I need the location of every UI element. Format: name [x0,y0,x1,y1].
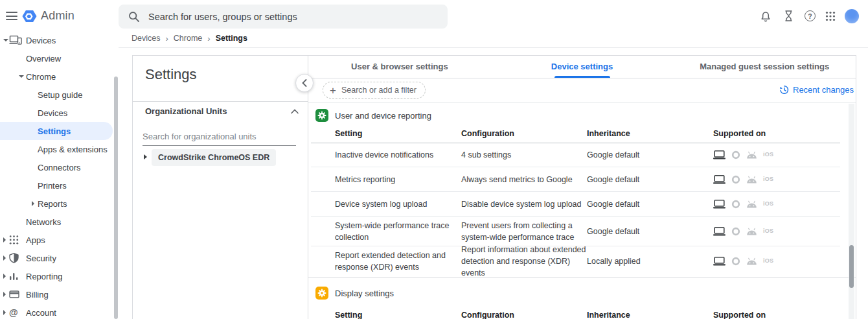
setting-inheritance: Locally applied [587,255,671,267]
setting-name[interactable]: Device system log upload [335,198,459,209]
supported-on-icons: iOS [713,257,773,266]
sidebar-item-label: Reporting [26,272,62,281]
collapse-panel-button[interactable] [295,74,314,92]
help-icon[interactable]: ? [805,10,816,21]
section-title: User and device reporting [335,111,431,121]
setting-configuration: Prevent users from collecting a system-w… [461,219,588,242]
sidebar-item-chrome-devices[interactable]: Devices [0,104,114,122]
caret-right-icon[interactable] [3,274,6,279]
caret-right-icon[interactable] [3,237,6,242]
add-filter-chip[interactable]: + Search or add a filter [323,82,426,99]
sidebar-scrollbar[interactable] [114,77,118,319]
content-scrollbar-thumb[interactable] [849,245,854,288]
tasks-hourglass-icon[interactable] [784,10,794,22]
apps-grid-icon[interactable] [825,11,836,21]
chromeos-device-icon [713,227,725,236]
history-icon [779,85,789,95]
sidebar-item-apps[interactable]: Apps [0,231,114,249]
chevron-up-icon[interactable] [291,109,299,114]
divider [308,102,856,103]
global-search[interactable] [119,5,448,29]
menu-icon[interactable] [6,12,17,20]
google-admin-logo [22,8,37,27]
sidebar-item-label: Setup guide [38,90,82,100]
column-header-supported-on: Supported on [713,129,766,138]
page-title: Settings [145,66,197,83]
supported-on-icons: iOS [713,175,773,184]
chevron-right-icon: › [207,34,210,43]
caret-right-icon[interactable] [3,255,6,261]
divider [308,78,856,78]
setting-name[interactable]: System-wide performance trace collection [335,219,459,242]
gear-icon [317,111,326,120]
sidebar-item-label: Billing [26,290,49,300]
sidebar-item-label: Connectors [38,163,80,172]
tab-managed-guest-session-settings[interactable]: Managed guest session settings [673,55,856,78]
tab-device-settings[interactable]: Device settings [491,55,674,78]
caret-right-icon[interactable] [32,201,34,206]
sidebar-item-label: Chrome [26,72,56,82]
chromeos-device-icon [713,175,725,184]
sidebar-item-setup-guide[interactable]: Setup guide [0,86,114,104]
account-avatar[interactable] [845,9,859,23]
sidebar-item-printers[interactable]: Printers [0,176,114,195]
sidebar-item-label: Devices [26,36,56,45]
sidebar-item-label: Account [26,308,56,318]
chrome-browser-icon [731,200,740,209]
chrome-browser-icon [731,175,740,184]
setting-name[interactable]: Metrics reporting [335,173,459,185]
android-icon [746,176,757,183]
sidebar-item-settings[interactable]: Settings [0,122,113,140]
sidebar-item-account[interactable]: @ Account [0,303,114,319]
table-row[interactable]: System-wide performance trace collection… [311,217,840,246]
column-header-configuration: Configuration [461,129,514,138]
table-row[interactable]: Report extended detection and response (… [311,246,840,276]
setting-name[interactable]: Inactive device notifications [335,149,459,161]
caret-down-icon[interactable] [19,75,24,78]
org-units-search-input[interactable] [143,130,296,146]
sidebar-item-connectors[interactable]: Connectors [0,158,114,176]
sidebar-item-security[interactable]: Security [0,249,114,267]
sidebar-item-reports[interactable]: Reports [0,195,114,213]
chevron-right-icon: › [165,34,168,43]
search-input[interactable] [148,12,427,22]
table-row[interactable]: Device system log upload Disable device … [311,192,840,217]
supported-on-icons: iOS [713,200,773,209]
org-unit-crowdstrike[interactable]: CrowdStrike ChromeOS EDR [152,149,276,166]
caret-right-icon[interactable] [3,310,6,315]
setting-configuration: Always send metrics to Google [461,173,588,185]
sidebar-item-label: Settings [38,126,71,136]
notifications-bell-icon[interactable] [760,10,771,23]
divider [308,277,856,278]
recent-changes-link[interactable]: Recent changes [779,85,854,95]
chromeos-device-icon [713,257,725,266]
caret-right-icon[interactable] [144,154,147,160]
sidebar-item-networks[interactable]: Networks [0,213,114,231]
chrome-browser-icon [731,227,740,236]
table-row[interactable]: Inactive device notifications 4 sub sett… [311,143,840,167]
caret-right-icon[interactable] [3,292,6,297]
sidebar-item-overview[interactable]: Overview [0,49,114,67]
setting-name[interactable]: Report extended detection and response (… [335,250,459,273]
breadcrumb-chrome[interactable]: Chrome [174,34,202,43]
sidebar-item-billing[interactable]: Billing [0,285,114,303]
breadcrumb-devices[interactable]: Devices [131,34,160,43]
sidebar-item-label: Reports [38,199,67,209]
org-units-search[interactable] [143,130,296,146]
column-header-inheritance: Inheritance [587,129,630,138]
caret-down-icon[interactable] [3,39,8,41]
sidebar-item-devices[interactable]: Devices [0,31,114,49]
sidebar-item-apps-extensions[interactable]: Apps & extensions [0,140,114,158]
divider [308,56,308,319]
divider [133,101,308,102]
tab-user-browser-settings[interactable]: User & browser settings [308,55,491,78]
product-name: Admin [41,9,74,23]
setting-configuration: Report information about extended detect… [461,244,588,279]
sidebar-item-chrome[interactable]: Chrome [0,67,114,86]
sidebar-item-reporting[interactable]: Reporting [0,267,114,285]
table-row[interactable]: Metrics reporting Always send metrics to… [311,167,840,192]
ios-label: iOS [763,150,773,159]
android-icon [746,151,757,159]
section-gear-badge [315,109,328,122]
setting-configuration: 4 sub settings [461,149,588,161]
